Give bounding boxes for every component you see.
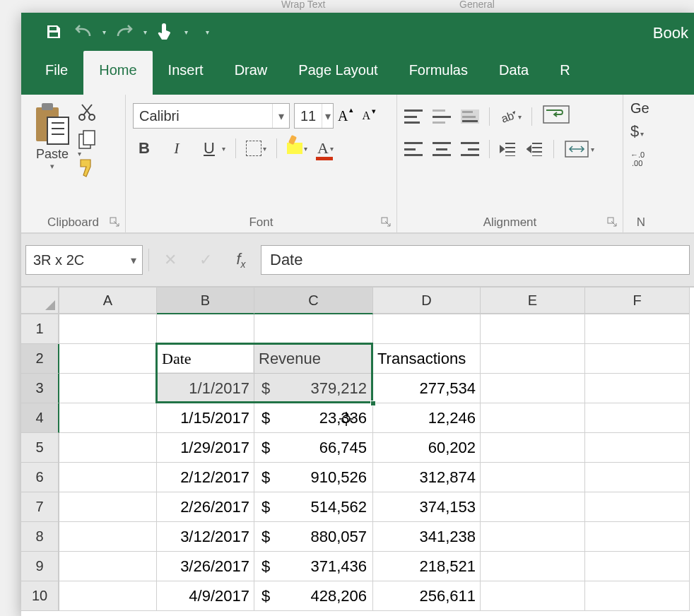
ribbon-tabs: File Home Insert Draw Page Layout Formul… xyxy=(21,51,694,95)
align-bottom-icon[interactable] xyxy=(461,109,479,124)
clipboard-launcher-icon[interactable] xyxy=(110,217,121,228)
spreadsheet-grid: A B C D E F 1 2 3 4 5 6 7 8 9 10 xyxy=(21,288,694,611)
name-box[interactable]: 3R x 2C ▾ xyxy=(25,245,143,275)
tab-review-partial[interactable]: R xyxy=(544,51,585,95)
col-header-f[interactable]: F xyxy=(585,288,690,314)
cell: $514,562 xyxy=(254,492,373,522)
undo-button[interactable] xyxy=(71,19,96,45)
tab-draw[interactable]: Draw xyxy=(219,51,283,95)
cell xyxy=(585,552,690,581)
ribbon-group-alignment: ab▾ ▾ xyxy=(397,95,623,232)
cells-area[interactable]: DateRevenueTransactions 1/1/2017$379,212… xyxy=(59,314,690,611)
tab-data[interactable]: Data xyxy=(483,51,544,95)
cell xyxy=(585,463,690,492)
title-bar: ▾ ▾ ▾ ▾ Book xyxy=(21,13,694,51)
borders-button[interactable]: ▾ xyxy=(246,141,266,156)
copy-icon[interactable]: ▾ xyxy=(78,130,99,150)
cell: 60,202 xyxy=(373,433,481,463)
row-header[interactable]: 7 xyxy=(21,492,59,522)
col-header-d[interactable]: D xyxy=(373,288,481,314)
align-left-icon[interactable] xyxy=(404,142,423,156)
formula-input[interactable]: Date xyxy=(261,245,690,275)
select-all-corner[interactable] xyxy=(21,288,59,314)
cell: $910,526 xyxy=(254,463,373,492)
wrap-text-button[interactable] xyxy=(542,105,576,129)
undo-dropdown-icon[interactable]: ▾ xyxy=(100,19,107,45)
row-header[interactable]: 6 xyxy=(21,463,59,492)
bold-button[interactable]: B xyxy=(133,137,155,160)
paste-button[interactable]: Paste ▾ xyxy=(28,99,76,199)
col-header-c[interactable]: C xyxy=(254,288,373,314)
row-header[interactable]: 1 xyxy=(21,314,59,344)
excel-window: ▾ ▾ ▾ ▾ Book File Home Insert Draw Page … xyxy=(21,13,694,616)
font-color-icon: A xyxy=(317,139,329,158)
tab-home[interactable]: Home xyxy=(83,51,152,95)
svg-text:.00: .00 xyxy=(632,159,642,167)
align-top-icon[interactable] xyxy=(404,109,423,124)
font-size-combo[interactable]: 11 ▾ xyxy=(294,103,334,129)
cell xyxy=(59,522,157,552)
align-right-icon[interactable] xyxy=(461,142,479,156)
redo-button[interactable] xyxy=(112,19,137,45)
cell xyxy=(373,314,481,344)
decrease-font-icon[interactable]: A▾ xyxy=(362,109,370,122)
accounting-format-button[interactable]: $▾ xyxy=(630,122,652,141)
cell xyxy=(59,463,157,492)
cell xyxy=(59,433,157,463)
cell: $880,057 xyxy=(254,522,373,552)
row-header[interactable]: 8 xyxy=(21,522,59,552)
row-header[interactable]: 2 xyxy=(21,344,59,374)
row-header[interactable]: 3 xyxy=(21,374,59,403)
redo-dropdown-icon[interactable]: ▾ xyxy=(141,19,148,45)
cell: 1/15/2017 xyxy=(157,403,254,433)
col-header-b[interactable]: B xyxy=(157,288,254,314)
row-header[interactable]: 4 xyxy=(21,403,59,433)
row-header[interactable]: 10 xyxy=(21,581,59,611)
tab-file[interactable]: File xyxy=(30,51,83,95)
italic-button[interactable]: I xyxy=(165,137,188,160)
touch-dropdown-icon[interactable]: ▾ xyxy=(182,19,189,45)
increase-font-icon[interactable]: A▴ xyxy=(338,108,348,124)
underline-button[interactable]: U▾ xyxy=(198,137,225,160)
row-header[interactable]: 9 xyxy=(21,552,59,581)
font-color-button[interactable]: A▾ xyxy=(317,139,334,158)
tab-formulas[interactable]: Formulas xyxy=(394,51,483,95)
font-name-combo[interactable]: Calibri ▾ xyxy=(133,103,290,129)
alignment-launcher-icon[interactable] xyxy=(607,217,618,228)
fill-handle[interactable] xyxy=(370,401,376,406)
orientation-button[interactable]: ab▾ xyxy=(500,108,522,125)
cell: $371,436 xyxy=(254,552,373,581)
increase-indent-icon[interactable] xyxy=(527,142,543,156)
chevron-down-icon: ▾ xyxy=(322,104,333,128)
cell xyxy=(59,374,157,403)
cut-icon[interactable] xyxy=(78,103,99,123)
fx-icon[interactable]: fx xyxy=(225,245,257,275)
font-size-value: 11 xyxy=(295,108,322,124)
col-header-a[interactable]: A xyxy=(59,288,157,314)
decrease-indent-icon[interactable] xyxy=(500,142,517,156)
qat-customize-icon[interactable]: ▾ xyxy=(204,19,211,45)
formula-cancel-icon[interactable]: ✕ xyxy=(155,245,186,275)
row-header[interactable]: 5 xyxy=(21,433,59,463)
tab-page-layout[interactable]: Page Layout xyxy=(283,51,393,95)
font-launcher-icon[interactable] xyxy=(381,217,392,228)
merge-center-button[interactable]: ▾ xyxy=(564,140,594,158)
tab-insert[interactable]: Insert xyxy=(153,51,219,95)
formula-bar: 3R x 2C ▾ ✕ ✓ fx Date xyxy=(21,234,694,288)
formula-enter-icon[interactable]: ✓ xyxy=(190,245,221,275)
fill-color-button[interactable]: ▾ xyxy=(287,143,307,154)
align-middle-icon[interactable] xyxy=(433,109,451,124)
save-icon[interactable] xyxy=(41,19,66,45)
ribbon: Paste ▾ ▾ Clipboard xyxy=(21,95,694,234)
cell xyxy=(481,344,585,374)
cell xyxy=(585,492,690,522)
chevron-down-icon: ▾ xyxy=(125,254,142,267)
col-header-e[interactable]: E xyxy=(481,288,585,314)
format-painter-icon[interactable] xyxy=(78,157,99,177)
align-center-icon[interactable] xyxy=(433,142,451,156)
cell: 1/1/2017 xyxy=(157,374,254,403)
touch-mode-icon[interactable] xyxy=(153,19,178,45)
cell: Transactions xyxy=(373,344,481,374)
decrease-decimal-icon[interactable]: ←.0.00 xyxy=(630,150,652,167)
cell: 1/29/2017 xyxy=(157,433,254,463)
